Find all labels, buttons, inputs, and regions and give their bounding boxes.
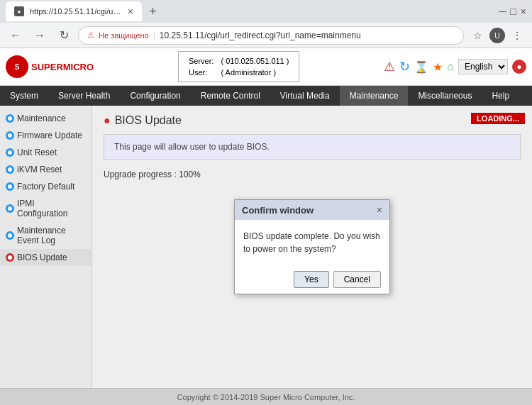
sidebar-dot-factory: [6, 182, 14, 191]
sidebar-item-bios-update[interactable]: BIOS Update: [0, 249, 92, 266]
nav-item-help[interactable]: Help: [482, 86, 519, 106]
dialog-buttons: Yes Cancel: [235, 265, 389, 294]
nav-item-server-health[interactable]: Server Health: [48, 86, 120, 106]
dialog-overlay: Confirm window × BIOS update complete. D…: [92, 106, 532, 388]
yes-button[interactable]: Yes: [294, 271, 329, 288]
address-bar[interactable]: ⚠ Не защищено | 10.25.51.11/cgi/url_redi…: [78, 26, 464, 45]
reload-button[interactable]: ↻: [54, 26, 74, 45]
address-text: 10.25.51.11/cgi/url_redirect.cgi?url_nam…: [160, 30, 361, 40]
cancel-button[interactable]: Cancel: [333, 271, 381, 288]
dialog-title-bar: Confirm window ×: [235, 200, 389, 220]
dialog-body: BIOS update complete. Do you wish to pow…: [235, 220, 389, 265]
profile-button[interactable]: U: [489, 28, 505, 43]
footer: Copyright © 2014-2019 Super Micro Comput…: [0, 388, 532, 405]
sidebar-dot-firmware: [6, 131, 14, 140]
menu-button[interactable]: ⋮: [508, 26, 526, 45]
sidebar-dot-bios: [6, 253, 14, 262]
sidebar-dot-unit-reset: [6, 148, 14, 157]
dialog-title-text: Confirm window: [242, 205, 314, 216]
address-warning: Не защищено: [99, 31, 149, 40]
sidebar-dot-event: [6, 231, 14, 240]
copyright-text: Copyright © 2014-2019 Super Micro Comput…: [177, 393, 355, 401]
tab-close-icon[interactable]: ×: [128, 6, 133, 17]
user-label: User:: [186, 67, 216, 77]
logo: S SUPERMICRO: [6, 55, 94, 78]
address-separator: |: [153, 30, 155, 40]
sidebar-dot-maintenance: [6, 114, 14, 123]
top-icons: ⚠ ↻ ⌛ ★ ⌂ English ●: [384, 59, 526, 74]
server-value: ( 010.025.051.011 ): [218, 56, 292, 66]
nav-menu: System Server Health Configuration Remot…: [0, 86, 532, 106]
tab-bar: ● https://10.25.51.11/cgi/url_redire... …: [0, 0, 532, 23]
sidebar-item-firmware-update[interactable]: Firmware Update: [0, 127, 92, 144]
nav-item-maintenance[interactable]: Maintenance: [340, 86, 409, 106]
browser-chrome: ● https://10.25.51.11/cgi/url_redire... …: [0, 0, 532, 48]
nav-item-system[interactable]: System: [0, 86, 48, 106]
new-tab-button[interactable]: +: [145, 3, 161, 21]
logo-text: SUPERMICRO: [31, 62, 94, 72]
nav-item-virtual-media[interactable]: Virtual Media: [270, 86, 340, 106]
nav-item-remote-control[interactable]: Remote Control: [191, 86, 270, 106]
restore-button[interactable]: □: [510, 6, 516, 17]
dialog-message: BIOS update complete. Do you wish to pow…: [243, 231, 380, 254]
sidebar-dot-ipmi: [6, 204, 14, 213]
signal-icon[interactable]: ⌛: [414, 60, 428, 74]
window-controls: ─ □ ×: [499, 6, 526, 17]
host-identification: Server: ( 010.025.051.011 ) User: ( Admi…: [178, 51, 300, 82]
sidebar-item-maintenance[interactable]: Maintenance: [0, 110, 92, 127]
alert-icon[interactable]: ⚠: [384, 59, 395, 74]
confirm-dialog: Confirm window × BIOS update complete. D…: [234, 199, 390, 294]
browser-actions: ☆ U ⋮: [468, 26, 526, 45]
page: S SUPERMICRO Server: ( 010.025.051.011 )…: [0, 48, 532, 388]
lock-icon: ⚠: [87, 30, 94, 40]
sidebar: Maintenance Firmware Update Unit Reset i…: [0, 106, 92, 388]
back-button[interactable]: ←: [6, 26, 26, 45]
server-label: Server:: [186, 56, 216, 66]
dialog-close-button[interactable]: ×: [377, 204, 382, 216]
top-header: S SUPERMICRO Server: ( 010.025.051.011 )…: [0, 48, 532, 86]
nav-item-configuration[interactable]: Configuration: [120, 86, 190, 106]
bookmark-button[interactable]: ☆: [468, 26, 487, 45]
main-layout: Maintenance Firmware Update Unit Reset i…: [0, 106, 532, 388]
sidebar-item-maintenance-event[interactable]: Maintenance Event Log: [0, 222, 92, 249]
star-icon[interactable]: ★: [433, 60, 443, 74]
forward-button[interactable]: →: [30, 26, 50, 45]
refresh-icon[interactable]: ↻: [399, 59, 410, 74]
home-icon[interactable]: ⌂: [447, 60, 454, 73]
sidebar-dot-ikvm: [6, 165, 14, 174]
sidebar-item-ikvm-reset[interactable]: iKVM Reset: [0, 161, 92, 178]
minimize-button[interactable]: ─: [499, 6, 506, 17]
sidebar-item-factory-default[interactable]: Factory Default: [0, 178, 92, 195]
content-area: ● BIOS Update LOADING... This page will …: [92, 106, 532, 388]
user-value: ( Administrator ): [218, 67, 292, 77]
active-tab[interactable]: ● https://10.25.51.11/cgi/url_redire... …: [6, 1, 142, 21]
power-button[interactable]: ●: [512, 60, 526, 74]
tab-favicon: ●: [14, 6, 24, 16]
nav-bar: ← → ↻ ⚠ Не защищено | 10.25.51.11/cgi/ur…: [0, 23, 532, 48]
language-select[interactable]: English: [458, 59, 508, 74]
nav-item-miscellaneous[interactable]: Miscellaneous: [408, 86, 482, 106]
logo-icon: S: [6, 55, 28, 78]
sidebar-item-unit-reset[interactable]: Unit Reset: [0, 144, 92, 161]
close-button[interactable]: ×: [521, 6, 526, 17]
tab-label: https://10.25.51.11/cgi/url_redire...: [30, 7, 122, 16]
sidebar-item-ipmi-config[interactable]: IPMI Configuration: [0, 195, 92, 222]
